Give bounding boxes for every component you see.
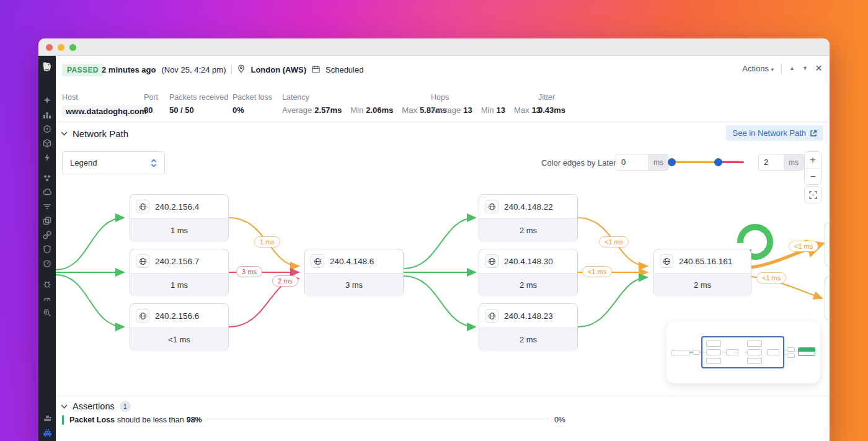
globe-icon (136, 309, 149, 323)
network-path-section-toggle[interactable]: Network Path (61, 128, 128, 139)
maximize-traffic-light[interactable] (69, 44, 76, 51)
fit-to-screen-button[interactable] (804, 186, 822, 203)
previous-result-button[interactable]: ▲ (789, 65, 795, 71)
assertion-threshold: 98% (187, 416, 202, 424)
graph-node[interactable]: 240.4.148.22 2 ms (479, 194, 578, 241)
latency-max-input-group: ms (758, 154, 804, 171)
watchdog-icon[interactable] (42, 124, 52, 134)
monitors-icon[interactable] (42, 259, 52, 269)
status-badge: PASSED (62, 64, 104, 76)
assertion-result: 0% (554, 416, 565, 424)
datadog-logo-icon[interactable] (41, 61, 53, 76)
events-icon[interactable] (42, 153, 52, 163)
globe-icon (660, 254, 673, 268)
latency-max-input[interactable] (759, 154, 784, 170)
node-ip: 240.4.148.30 (504, 257, 553, 266)
node-ip: 240.4.148.6 (330, 257, 374, 266)
chevron-down-icon: ▾ (771, 66, 774, 73)
servers-icon[interactable] (42, 414, 52, 424)
latency-slider-handle-max[interactable] (714, 158, 722, 166)
unit-label: ms (784, 154, 803, 170)
node-latency: 2 ms (654, 273, 751, 296)
node-ip: 240.2.156.6 (155, 311, 199, 321)
legend-dropdown[interactable]: Legend (62, 151, 165, 174)
bug-icon[interactable] (42, 279, 52, 289)
edge-latency-label: <1 ms (756, 272, 786, 283)
divider (56, 396, 830, 396)
graph-node[interactable]: 240.2.156.4 1 ms (130, 194, 229, 241)
node-latency: 2 ms (479, 327, 577, 350)
graph-minimap[interactable] (666, 321, 820, 383)
link-icon[interactable] (42, 230, 52, 240)
latency-slider-handle-min[interactable] (668, 158, 676, 166)
zoom-in-button[interactable]: + (805, 152, 821, 168)
latency-min-input-group: ms (616, 154, 668, 171)
integrations-icon[interactable] (42, 138, 52, 148)
bits-ai-icon[interactable] (42, 96, 52, 105)
logs-icon[interactable] (42, 202, 52, 212)
zoom-out-button[interactable]: − (805, 168, 821, 184)
graph-node[interactable]: 240.4.148.6 3 ms (304, 249, 404, 296)
assertion-row: Packet Loss should be less than 98% 0% (62, 415, 565, 425)
app-sidebar (38, 56, 56, 441)
graph-node[interactable]: 240.4.148.23 2 ms (479, 303, 578, 350)
security-icon[interactable] (42, 244, 52, 254)
stat-host: Host www.datadoghq.com (62, 93, 150, 117)
graph-zoom-controls: + − (804, 151, 822, 185)
time-detail: (Nov 25, 4:24 pm) (161, 65, 226, 74)
metrics-icon[interactable] (42, 110, 52, 120)
node-latency: <1 ms (130, 327, 228, 350)
graph-node[interactable]: 240.65.16.161 2 ms (653, 249, 751, 296)
next-result-button[interactable]: ▼ (802, 65, 808, 71)
see-in-network-path-button[interactable]: See in Network Path (726, 125, 823, 141)
audit-icon[interactable] (42, 308, 52, 318)
stat-latency: Latency Average2.57ms Min2.06ms Max5.87m… (282, 93, 447, 115)
minimize-traffic-light[interactable] (58, 44, 64, 51)
globe-icon (311, 254, 324, 268)
node-latency: 2 ms (479, 218, 577, 241)
node-ip: 240.65.16.161 (679, 257, 732, 266)
invader-icon[interactable] (42, 428, 52, 438)
test-result-panel: PASSED 2 minutes ago (Nov 25, 4:24 pm) L… (56, 56, 830, 441)
edge-latency-label: 3 ms (236, 266, 262, 277)
host-value: www.datadoghq.com (62, 105, 150, 117)
run-type: Scheduled (326, 65, 363, 74)
section-title: Network Path (73, 128, 128, 139)
app-window: PASSED 2 minutes ago (Nov 25, 4:24 pm) L… (38, 38, 830, 441)
graph-node-partial[interactable] (825, 222, 830, 267)
stat-jitter: Jitter 0.43ms (538, 93, 565, 115)
edge-latency-label: <1 ms (582, 266, 612, 277)
close-icon[interactable]: × (815, 64, 822, 73)
graph-node-partial[interactable] (825, 276, 830, 321)
ci-icon[interactable] (42, 216, 52, 226)
globe-icon (485, 309, 498, 323)
assertion-condition: should be less than (117, 416, 184, 424)
assertions-section-toggle[interactable]: Assertions 1 (61, 401, 131, 412)
graph-node[interactable]: 240.4.148.30 2 ms (479, 249, 578, 296)
latency-slider-track[interactable] (671, 161, 744, 163)
performance-icon[interactable] (42, 293, 52, 303)
stat-packets-received: Packets received 50 / 50 (169, 93, 228, 115)
divider (56, 122, 830, 122)
globe-icon (136, 254, 149, 268)
graph-node[interactable]: 240.2.156.7 1 ms (130, 249, 229, 296)
assertions-count-badge: 1 (120, 401, 131, 412)
section-title: Assertions (73, 401, 115, 411)
close-traffic-light[interactable] (46, 44, 53, 51)
globe-icon (485, 254, 498, 268)
infrastructure-icon[interactable] (42, 173, 52, 183)
edge-latency-label: <1 ms (789, 241, 818, 252)
external-link-icon (810, 130, 817, 137)
node-ip: 240.4.148.22 (504, 202, 553, 212)
latency-min-input[interactable] (616, 154, 649, 170)
stat-packet-loss: Packet loss 0% (232, 93, 272, 115)
node-latency: 1 ms (130, 218, 228, 241)
fit-screen-icon (809, 191, 817, 199)
apm-icon[interactable] (42, 187, 52, 197)
actions-button[interactable]: Actions ▾ (742, 64, 774, 73)
window-titlebar (38, 38, 830, 56)
graph-node[interactable]: 240.2.156.6 <1 ms (130, 303, 229, 350)
edge-latency-label: 2 ms (272, 275, 298, 287)
stat-port: Port 80 (144, 93, 158, 115)
test-location: London (AWS) (250, 65, 306, 74)
